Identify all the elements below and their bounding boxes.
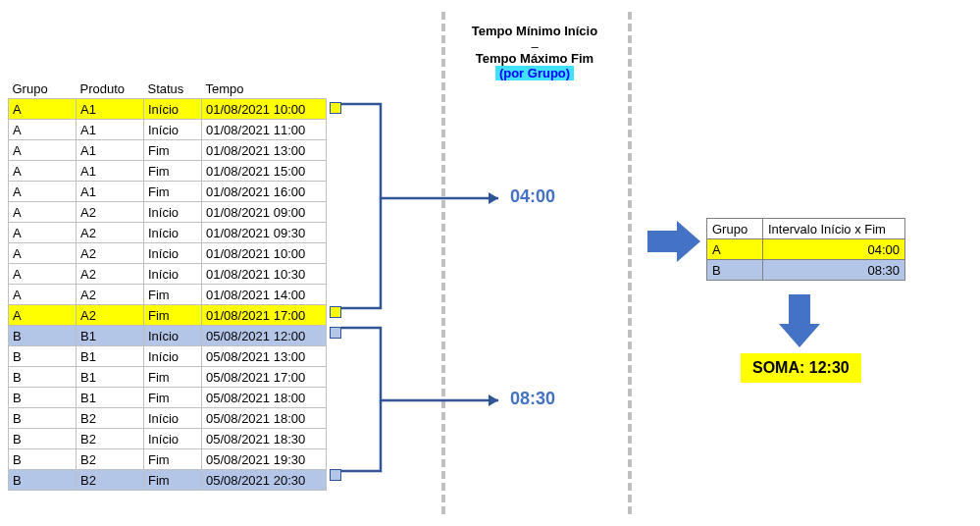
table-row: BB1Início05/08/2021 12:00 [9, 326, 327, 346]
table-cell: 01/08/2021 15:00 [202, 161, 327, 182]
table-cell: Início [144, 120, 202, 140]
table-cell: A2 [77, 285, 144, 305]
table-cell: Início [144, 346, 202, 367]
table-cell: A1 [77, 120, 144, 140]
result-header-row: Grupo Intervalo Início x Fim [707, 219, 905, 239]
result-cell-intervalo: 04:00 [763, 239, 905, 260]
table-cell: A [9, 182, 77, 202]
table-cell: A2 [77, 305, 144, 326]
table-cell: A [9, 161, 77, 182]
table-cell: Início [144, 99, 202, 120]
table-cell: Fim [144, 305, 202, 326]
table-cell: A2 [77, 264, 144, 285]
result-table: Grupo Intervalo Início x Fim A04:00B08:3… [706, 218, 905, 281]
col-grupo: Grupo [9, 79, 77, 99]
arrow-right-icon [647, 221, 700, 262]
table-row: BB2Fim05/08/2021 20:30 [9, 470, 327, 491]
table-cell: 01/08/2021 09:30 [202, 223, 327, 243]
table-cell: B2 [77, 470, 144, 491]
table-row: AA2Fim01/08/2021 17:00 [9, 305, 327, 326]
svg-marker-2 [647, 221, 700, 262]
soma-total: SOMA: 12:30 [741, 353, 861, 383]
svg-marker-0 [489, 192, 498, 204]
table-cell: A [9, 120, 77, 140]
col-produto: Produto [77, 79, 144, 99]
col-status: Status [144, 79, 202, 99]
table-cell: Início [144, 223, 202, 243]
table-cell: 01/08/2021 10:00 [202, 243, 327, 264]
table-cell: Início [144, 243, 202, 264]
table-cell: 05/08/2021 18:00 [202, 388, 327, 408]
table-cell: 01/08/2021 13:00 [202, 140, 327, 161]
result-cell-grupo: A [707, 239, 763, 260]
table-cell: B [9, 388, 77, 408]
result-cell-intervalo: 08:30 [763, 260, 905, 281]
row-marker-yellow [330, 102, 341, 114]
table-row: AA2Início01/08/2021 10:30 [9, 264, 327, 285]
interval-value-b: 08:30 [510, 389, 555, 409]
table-cell: 01/08/2021 16:00 [202, 182, 327, 202]
table-cell: A [9, 99, 77, 120]
table-cell: 01/08/2021 09:00 [202, 202, 327, 223]
table-cell: A [9, 202, 77, 223]
table-row: AA1Fim01/08/2021 13:00 [9, 140, 327, 161]
table-cell: B [9, 346, 77, 367]
table-row: AA1Início01/08/2021 10:00 [9, 99, 327, 120]
table-cell: A [9, 223, 77, 243]
table-row: BB2Fim05/08/2021 19:30 [9, 449, 327, 470]
table-cell: 01/08/2021 10:30 [202, 264, 327, 285]
center-title-max-text: Tempo Máximo Fim [476, 51, 593, 66]
table-cell: 05/08/2021 19:30 [202, 449, 327, 470]
table-cell: B2 [77, 429, 144, 449]
interval-value-a: 04:00 [510, 186, 555, 207]
bracket-group-b [341, 322, 518, 499]
section-divider [628, 12, 632, 514]
table-cell: B1 [77, 388, 144, 408]
table-cell: 05/08/2021 20:30 [202, 470, 327, 491]
table-cell: A1 [77, 99, 144, 120]
table-cell: B [9, 367, 77, 388]
table-cell: B1 [77, 326, 144, 346]
table-row: BB2Início05/08/2021 18:00 [9, 408, 327, 429]
table-cell: Fim [144, 388, 202, 408]
por-grupo-label: (por Grupo) [495, 66, 574, 80]
table-cell: Fim [144, 161, 202, 182]
table-cell: 01/08/2021 17:00 [202, 305, 327, 326]
table-cell: B1 [77, 367, 144, 388]
table-row: AA1Fim01/08/2021 15:00 [9, 161, 327, 182]
table-cell: A2 [77, 223, 144, 243]
table-row: AA2Fim01/08/2021 14:00 [9, 285, 327, 305]
svg-marker-3 [779, 294, 820, 347]
table-cell: Início [144, 264, 202, 285]
row-marker-blue [330, 327, 341, 339]
table-row: AA2Início01/08/2021 09:00 [9, 202, 327, 223]
table-cell: A1 [77, 140, 144, 161]
table-cell: B [9, 408, 77, 429]
table-cell: A1 [77, 161, 144, 182]
table-cell: B [9, 470, 77, 491]
table-cell: A [9, 140, 77, 161]
table-row: AA1Fim01/08/2021 16:00 [9, 182, 327, 202]
table-cell: 05/08/2021 17:00 [202, 367, 327, 388]
table-cell: B1 [77, 346, 144, 367]
col-tempo: Tempo [202, 79, 327, 99]
table-row: AA2Início01/08/2021 10:00 [9, 243, 327, 264]
table-cell: Fim [144, 285, 202, 305]
table-cell: Fim [144, 470, 202, 491]
table-cell: A1 [77, 182, 144, 202]
row-marker-blue [330, 469, 341, 481]
table-cell: A2 [77, 243, 144, 264]
table-cell: Início [144, 326, 202, 346]
table-row: AA1Início01/08/2021 11:00 [9, 120, 327, 140]
result-cell-grupo: B [707, 260, 763, 281]
result-col-intervalo: Intervalo Início x Fim [763, 219, 905, 239]
table-cell: Início [144, 429, 202, 449]
table-cell: Fim [144, 140, 202, 161]
table-row: BB1Início05/08/2021 13:00 [9, 346, 327, 367]
table-row: BB1Fim05/08/2021 17:00 [9, 367, 327, 388]
table-cell: Fim [144, 182, 202, 202]
arrow-down-icon [779, 294, 820, 347]
table-cell: B [9, 429, 77, 449]
result-col-grupo: Grupo [707, 219, 763, 239]
result-row: A04:00 [707, 239, 905, 260]
